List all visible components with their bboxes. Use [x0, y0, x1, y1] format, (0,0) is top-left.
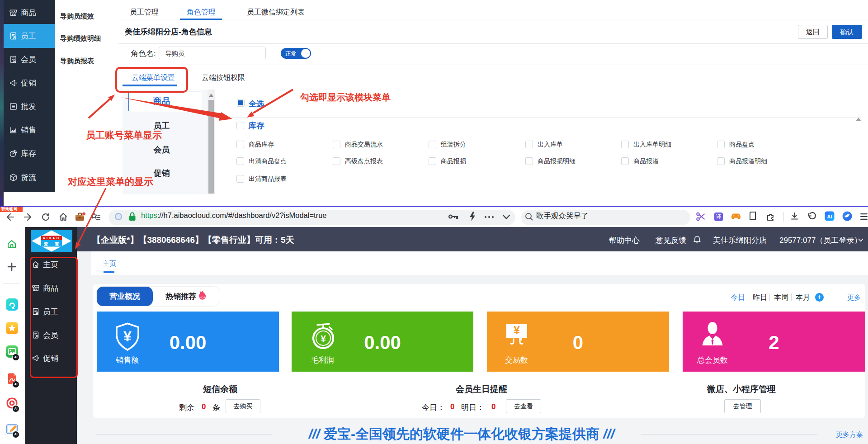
- svg-text:HOT: HOT: [199, 296, 205, 299]
- svg-text:爱: 爱: [43, 241, 48, 246]
- svg-text:AI: AI: [827, 214, 832, 219]
- svg-text:宝: 宝: [54, 241, 59, 246]
- svg-text:AIBAO: AIBAO: [43, 236, 61, 240]
